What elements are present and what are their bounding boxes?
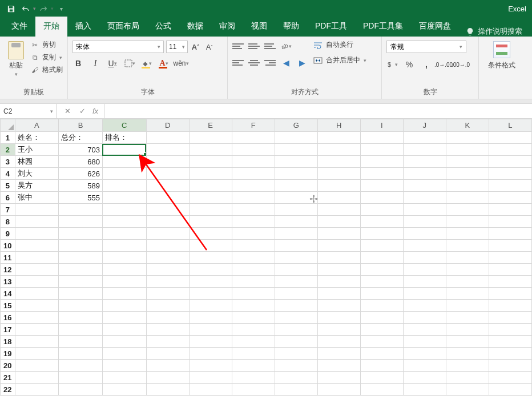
cell-G21[interactable] xyxy=(275,372,317,384)
tab-view[interactable]: 视图 xyxy=(243,17,275,37)
conditional-formatting-button[interactable]: 条件格式 xyxy=(483,39,520,70)
tab-data[interactable]: 数据 xyxy=(179,17,211,37)
cell-A9[interactable] xyxy=(15,228,59,240)
row-header-9[interactable]: 9 xyxy=(1,228,15,240)
cell-A17[interactable] xyxy=(15,324,59,336)
cell-K20[interactable] xyxy=(446,360,489,372)
cell-K7[interactable] xyxy=(446,204,489,216)
tab-baidu[interactable]: 百度网盘 xyxy=(411,17,459,37)
cell-F5[interactable] xyxy=(232,180,275,192)
cell-K15[interactable] xyxy=(446,300,489,312)
increase-font-icon[interactable]: A˄ xyxy=(190,41,201,53)
cell-F16[interactable] xyxy=(232,312,275,324)
cell-F10[interactable] xyxy=(232,240,275,252)
cell-H17[interactable] xyxy=(317,324,360,336)
font-family-select[interactable]: 宋体 ▾ xyxy=(72,41,164,53)
phonetic-guide-button[interactable]: wěn▾ xyxy=(175,58,187,69)
cell-I1[interactable] xyxy=(360,132,403,144)
cell-B14[interactable] xyxy=(59,288,103,300)
font-size-select[interactable]: 11 ▾ xyxy=(166,41,188,53)
cell-F8[interactable] xyxy=(232,216,275,228)
cell-G5[interactable] xyxy=(275,180,317,192)
cell-J11[interactable] xyxy=(403,252,446,264)
cell-D15[interactable] xyxy=(146,300,189,312)
row-header-12[interactable]: 12 xyxy=(1,264,15,276)
cell-E19[interactable] xyxy=(189,348,232,360)
cell-G1[interactable] xyxy=(275,132,317,144)
decrease-indent-icon[interactable]: ◀ xyxy=(280,58,292,68)
cell-A11[interactable] xyxy=(15,252,59,264)
cell-E20[interactable] xyxy=(189,360,232,372)
underline-button[interactable]: U ▾ xyxy=(107,58,118,69)
cell-F7[interactable] xyxy=(232,204,275,216)
cell-D17[interactable] xyxy=(146,324,189,336)
column-header-H[interactable]: H xyxy=(317,119,360,132)
cell-D14[interactable] xyxy=(146,288,189,300)
cell-B22[interactable] xyxy=(59,384,103,396)
cell-E17[interactable] xyxy=(189,324,232,336)
tab-insert[interactable]: 插入 xyxy=(67,17,99,37)
cell-G18[interactable] xyxy=(275,336,317,348)
row-header-3[interactable]: 3 xyxy=(1,156,15,168)
cell-H5[interactable] xyxy=(317,180,360,192)
cell-G2[interactable] xyxy=(275,144,317,156)
cell-B1[interactable]: 总分： xyxy=(59,132,103,144)
cell-J12[interactable] xyxy=(403,264,446,276)
cell-G4[interactable] xyxy=(275,168,317,180)
cell-K22[interactable] xyxy=(446,384,489,396)
cell-D13[interactable] xyxy=(146,276,189,288)
cell-D9[interactable] xyxy=(146,228,189,240)
cell-E14[interactable] xyxy=(189,288,232,300)
copy-dropdown-icon[interactable]: ▾ xyxy=(59,55,62,61)
cell-H15[interactable] xyxy=(317,300,360,312)
cell-J3[interactable] xyxy=(403,156,446,168)
cell-I19[interactable] xyxy=(360,348,403,360)
cell-L16[interactable] xyxy=(489,312,531,324)
row-header-1[interactable]: 1 xyxy=(1,132,15,144)
cell-L3[interactable] xyxy=(489,156,531,168)
cell-H18[interactable] xyxy=(317,336,360,348)
cell-C6[interactable] xyxy=(102,192,146,204)
cell-E9[interactable] xyxy=(189,228,232,240)
cell-H19[interactable] xyxy=(317,348,360,360)
cell-H12[interactable] xyxy=(317,264,360,276)
row-header-22[interactable]: 22 xyxy=(1,384,15,396)
cell-C16[interactable] xyxy=(102,312,146,324)
cell-B19[interactable] xyxy=(59,348,103,360)
cell-L18[interactable] xyxy=(489,336,531,348)
cell-J14[interactable] xyxy=(403,288,446,300)
cell-C12[interactable] xyxy=(102,264,146,276)
cell-F21[interactable] xyxy=(232,372,275,384)
cell-K9[interactable] xyxy=(446,228,489,240)
cell-B21[interactable] xyxy=(59,372,103,384)
wrap-text-button[interactable]: 自动换行 xyxy=(313,40,366,50)
cell-I18[interactable] xyxy=(360,336,403,348)
cell-B2[interactable]: 703 xyxy=(59,144,103,156)
cell-L13[interactable] xyxy=(489,276,531,288)
cell-E22[interactable] xyxy=(189,384,232,396)
column-header-K[interactable]: K xyxy=(446,119,489,132)
tell-me-search[interactable]: 操作说明搜索 xyxy=(459,26,529,37)
cell-B3[interactable]: 680 xyxy=(59,156,103,168)
cell-L2[interactable] xyxy=(489,144,531,156)
cell-H6[interactable] xyxy=(317,192,360,204)
cell-L11[interactable] xyxy=(489,252,531,264)
cell-D2[interactable] xyxy=(146,144,189,156)
cell-K14[interactable] xyxy=(446,288,489,300)
cell-L15[interactable] xyxy=(489,300,531,312)
cell-E8[interactable] xyxy=(189,216,232,228)
cell-K2[interactable] xyxy=(446,144,489,156)
cell-H3[interactable] xyxy=(317,156,360,168)
cell-F4[interactable] xyxy=(232,168,275,180)
name-box[interactable]: C2 ▾ xyxy=(0,104,57,118)
cell-D6[interactable] xyxy=(146,192,189,204)
cell-D18[interactable] xyxy=(146,336,189,348)
cell-L20[interactable] xyxy=(489,360,531,372)
cell-B16[interactable] xyxy=(59,312,103,324)
cell-B20[interactable] xyxy=(59,360,103,372)
cell-C11[interactable] xyxy=(102,252,146,264)
cell-K4[interactable] xyxy=(446,168,489,180)
cell-G22[interactable] xyxy=(275,384,317,396)
cell-G14[interactable] xyxy=(275,288,317,300)
cell-B10[interactable] xyxy=(59,240,103,252)
